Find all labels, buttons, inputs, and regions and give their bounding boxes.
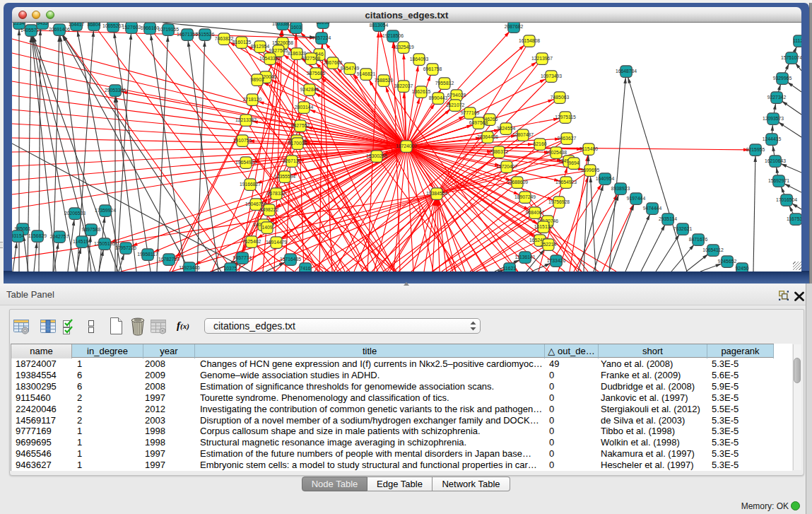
svg-text:16648784: 16648784 [616,69,637,74]
svg-text:9329965: 9329965 [773,76,792,81]
svg-text:19958117: 19958117 [137,252,158,257]
svg-text:9657771: 9657771 [233,255,252,260]
svg-text:1864093: 1864093 [410,57,429,62]
svg-text:15692971: 15692971 [768,178,789,183]
svg-text:16210643: 16210643 [765,158,786,163]
svg-text:3824554: 3824554 [497,126,516,131]
svg-text:8912954: 8912954 [251,44,270,49]
svg-text:10543382: 10543382 [259,56,281,61]
svg-text:9777169: 9777169 [461,110,480,115]
svg-text:2234: 2234 [13,23,24,25]
svg-text:6966160: 6966160 [141,25,160,30]
svg-text:8471676: 8471676 [689,237,708,242]
svg-text:9463627: 9463627 [558,136,577,141]
svg-text:11923446: 11923446 [179,265,200,270]
svg-text:7955812: 7955812 [435,81,454,86]
svg-text:1640954: 1640954 [596,176,615,181]
svg-text:20364436: 20364436 [477,134,498,139]
svg-text:15720407: 15720407 [496,164,517,169]
svg-text:7588520: 7588520 [375,78,394,83]
svg-text:98903: 98903 [251,77,264,82]
svg-text:12093573: 12093573 [763,116,784,121]
svg-text:8678332: 8678332 [267,191,286,196]
svg-text:1733426: 1733426 [547,258,566,263]
svg-text:1244415: 1244415 [763,136,782,141]
svg-text:2087682: 2087682 [505,24,524,29]
svg-text:1615132: 1615132 [534,224,553,229]
svg-text:9435: 9435 [37,23,47,25]
svg-text:2935114: 2935114 [659,216,677,221]
svg-text:9227342: 9227342 [767,95,787,100]
svg-text:16671355: 16671355 [177,32,198,37]
svg-text:92450: 92450 [736,266,749,271]
svg-text:10655267: 10655267 [102,23,124,28]
svg-text:10375: 10375 [224,266,237,271]
svg-text:9474444: 9474444 [643,206,662,211]
svg-text:20206533: 20206533 [64,211,86,216]
svg-text:11123: 11123 [793,38,801,43]
svg-text:9327505: 9327505 [269,48,288,53]
svg-text:12975115: 12975115 [555,115,576,119]
svg-text:7625402: 7625402 [242,239,261,244]
svg-text:2042757: 2042757 [50,234,69,239]
svg-text:9197444: 9197444 [627,196,646,201]
svg-text:7515526: 7515526 [196,32,215,37]
svg-text:6794028: 6794028 [447,93,466,98]
svg-text:18724007: 18724007 [396,144,417,148]
svg-text:11325419: 11325419 [393,45,414,49]
svg-text:6497568: 6497568 [469,120,488,125]
svg-text:8498222: 8498222 [260,207,279,212]
svg-text:1621072: 1621072 [446,103,465,107]
svg-text:7485063: 7485063 [551,95,570,100]
svg-text:62160: 62160 [534,141,547,146]
svg-text:15751074: 15751074 [781,55,801,60]
svg-text:12505135: 12505135 [94,241,115,246]
svg-text:11621: 11621 [503,266,517,271]
svg-text:1409: 1409 [261,225,272,230]
svg-text:104417: 104417 [69,23,85,27]
svg-text:8160125: 8160125 [233,40,252,45]
svg-text:8215955: 8215955 [746,147,765,152]
svg-text:19218506: 19218506 [382,33,404,38]
svg-text:17359924: 17359924 [95,208,116,213]
svg-text:19384554: 19384554 [426,191,447,196]
svg-text:10807487: 10807487 [512,132,534,137]
svg-text:1603: 1603 [290,25,301,30]
svg-text:7463822: 7463822 [215,36,234,41]
svg-text:10654112: 10654112 [702,247,724,252]
svg-text:9327508: 9327508 [302,56,321,61]
svg-text:88130: 88130 [317,23,330,25]
svg-text:93154: 93154 [12,233,25,238]
svg-text:10719155: 10719155 [158,27,179,32]
svg-text:18907249: 18907249 [514,194,536,199]
svg-text:9084067: 9084067 [526,210,545,215]
svg-text:12355594: 12355594 [274,174,295,179]
svg-text:17016504: 17016504 [776,197,797,202]
svg-text:2803144: 2803144 [295,105,314,110]
svg-text:2718120: 2718120 [243,97,262,102]
svg-text:9694: 9694 [568,160,579,165]
svg-text:29053346: 29053346 [105,88,126,93]
svg-text:7416: 7416 [300,266,310,271]
svg-text:7386372: 7386372 [490,149,509,154]
svg-text:6961758: 6961758 [423,66,442,71]
svg-text:252214: 252214 [541,242,557,247]
svg-text:1167533: 1167533 [787,216,801,221]
svg-text:2367608: 2367608 [324,60,343,65]
svg-text:3822037: 3822037 [394,83,413,88]
svg-text:8186328: 8186328 [288,51,307,56]
svg-text:16914479: 16914479 [266,240,287,245]
svg-text:19756928: 19756928 [548,199,570,204]
svg-text:20691406: 20691406 [49,27,70,32]
svg-text:8267130: 8267130 [283,158,302,163]
svg-text:9699695: 9699695 [581,168,600,173]
svg-text:7857224: 7857224 [312,35,331,40]
svg-text:8813054: 8813054 [370,23,389,28]
svg-text:11136141: 11136141 [514,255,535,259]
svg-text:1362615: 1362615 [412,89,431,94]
svg-text:8938923: 8938923 [611,186,630,191]
svg-text:8427552: 8427552 [291,123,310,128]
svg-text:16154808: 16154808 [519,38,540,43]
svg-text:3875685: 3875685 [307,71,326,76]
svg-text:1527602: 1527602 [122,25,141,30]
